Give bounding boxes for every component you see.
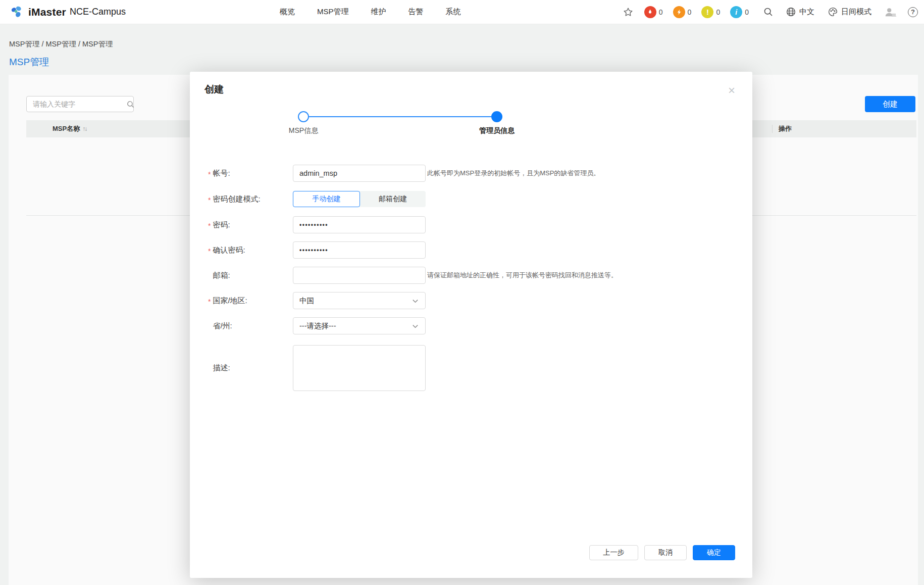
province-label: * 省/州: <box>208 321 293 331</box>
product-name: iMaster <box>28 6 66 18</box>
major-alarm-count: 0 <box>688 8 692 16</box>
country-select[interactable]: 中国 <box>293 292 426 309</box>
confirm-password-input[interactable] <box>293 241 426 259</box>
brand-logo: iMaster NCE-Campus <box>9 5 126 20</box>
minor-alarm-count: 0 <box>716 8 720 16</box>
password-row: * 密码: <box>208 216 426 233</box>
required-asterisk: * <box>208 298 211 306</box>
password-input[interactable] <box>293 216 426 233</box>
province-value: ---请选择--- <box>299 321 336 331</box>
password-label: * 密码: <box>208 220 293 230</box>
email-row: * 邮箱: 请保证邮箱地址的正确性，可用于该帐号密码找回和消息推送等。 <box>208 267 618 284</box>
close-icon[interactable]: × <box>728 85 735 96</box>
favorite-star-icon[interactable] <box>617 7 639 18</box>
required-asterisk: * <box>208 170 211 178</box>
main-nav: 概览 MSP管理 维护 告警 系统 <box>280 7 461 17</box>
flame-icon <box>644 6 656 18</box>
info-alarm-badge[interactable]: i 0 <box>725 6 754 18</box>
required-asterisk: * <box>208 247 211 255</box>
navbar-tools: 0 0 ! 0 i 0 <box>617 6 919 18</box>
user-account-icon[interactable] <box>878 6 902 18</box>
language-label: 中文 <box>799 7 814 17</box>
huawei-flower-icon <box>9 5 24 20</box>
dialog-footer: 上一步 取消 确定 <box>589 545 735 560</box>
email-label: * 邮箱: <box>208 271 293 280</box>
stepper-connector <box>309 116 491 117</box>
info-alarm-count: 0 <box>745 8 749 16</box>
app-screen: iMaster NCE-Campus 概览 MSP管理 维护 告警 系统 <box>0 0 924 585</box>
major-alarm-badge[interactable]: 0 <box>668 6 697 18</box>
chevron-down-icon <box>412 322 419 330</box>
chevron-down-icon <box>412 297 419 305</box>
nav-item-system[interactable]: 系统 <box>445 7 460 17</box>
info-icon: i <box>730 6 742 18</box>
exclamation-icon: ! <box>701 6 713 18</box>
theme-switch[interactable]: 日间模式 <box>821 7 878 17</box>
keyword-search <box>26 96 134 112</box>
password-mode-row: * 密码创建模式: 手动创建 邮箱创建 <box>208 191 426 207</box>
confirm-password-row: * 确认密码: <box>208 241 426 259</box>
step-msp-info-dot[interactable] <box>298 111 309 122</box>
confirm-password-label: * 确认密码: <box>208 246 293 255</box>
country-label: * 国家/地区: <box>208 296 293 306</box>
breadcrumb[interactable]: MSP管理 / MSP管理 / MSP管理 <box>9 39 113 49</box>
msp-name-label: MSP名称 <box>53 124 80 133</box>
description-row: * 描述: <box>208 345 426 391</box>
manual-create-option[interactable]: 手动创建 <box>293 191 360 207</box>
email-create-option[interactable]: 邮箱创建 <box>360 191 426 207</box>
account-row: * 帐号: 此帐号即为MSP登录的初始帐号，且为MSP的缺省管理员。 <box>208 165 600 182</box>
email-input[interactable] <box>293 267 426 284</box>
country-value: 中国 <box>299 296 314 306</box>
dialog-title: 创建 <box>204 83 224 96</box>
password-mode-label: * 密码创建模式: <box>208 194 293 204</box>
language-switch[interactable]: 中文 <box>779 7 821 17</box>
lightning-icon <box>673 6 685 18</box>
column-operation: 操作 <box>772 125 916 133</box>
search-icon[interactable] <box>126 100 135 109</box>
create-button[interactable]: 创建 <box>865 96 915 112</box>
previous-step-button[interactable]: 上一步 <box>589 545 638 560</box>
top-navbar: iMaster NCE-Campus 概览 MSP管理 维护 告警 系统 <box>0 0 924 24</box>
province-select[interactable]: ---请选择--- <box>293 317 426 334</box>
nav-item-maintenance[interactable]: 维护 <box>371 7 386 17</box>
breadcrumb-band: MSP管理 / MSP管理 / MSP管理 MSP管理 <box>0 24 924 75</box>
step-msp-info-label[interactable]: MSP信息 <box>268 126 339 135</box>
password-mode-toggle: 手动创建 邮箱创建 <box>293 191 426 207</box>
suite-name: NCE-Campus <box>70 7 126 17</box>
required-asterisk: * <box>208 196 211 204</box>
create-msp-dialog: 创建 × MSP信息 管理员信息 * 帐号: 此帐号即为MSP登录的初始帐号，且… <box>190 72 752 578</box>
nav-item-msp[interactable]: MSP管理 <box>317 7 349 17</box>
province-row: * 省/州: ---请选择--- <box>208 317 426 334</box>
required-asterisk: * <box>208 222 211 230</box>
sort-icon[interactable]: ↑↓ <box>82 125 86 132</box>
page-title: MSP管理 <box>9 56 49 69</box>
palette-icon <box>828 7 838 17</box>
description-textarea[interactable] <box>293 345 426 391</box>
step-admin-info-dot[interactable] <box>491 111 502 122</box>
globe-icon <box>786 7 796 17</box>
help-icon[interactable]: ? <box>902 7 919 17</box>
search-input[interactable] <box>27 100 126 108</box>
description-label: * 描述: <box>208 363 293 373</box>
account-label: * 帐号: <box>208 169 293 178</box>
global-search-icon[interactable] <box>754 7 779 17</box>
ok-button[interactable]: 确定 <box>693 545 735 560</box>
column-msp-name[interactable]: MSP名称 ↑↓ <box>26 124 86 133</box>
cancel-button[interactable]: 取消 <box>644 545 687 560</box>
theme-label: 日间模式 <box>841 7 871 17</box>
step-admin-info-label[interactable]: 管理员信息 <box>461 126 532 135</box>
account-hint: 此帐号即为MSP登录的初始帐号，且为MSP的缺省管理员。 <box>427 169 600 178</box>
email-hint: 请保证邮箱地址的正确性，可用于该帐号密码找回和消息推送等。 <box>427 271 618 280</box>
country-row: * 国家/地区: 中国 <box>208 292 426 309</box>
nav-item-alarm[interactable]: 告警 <box>408 7 423 17</box>
nav-item-overview[interactable]: 概览 <box>280 7 295 17</box>
critical-alarm-badge[interactable]: 0 <box>639 6 668 18</box>
critical-alarm-count: 0 <box>659 8 663 16</box>
account-input[interactable] <box>293 165 426 182</box>
minor-alarm-badge[interactable]: ! 0 <box>696 6 725 18</box>
